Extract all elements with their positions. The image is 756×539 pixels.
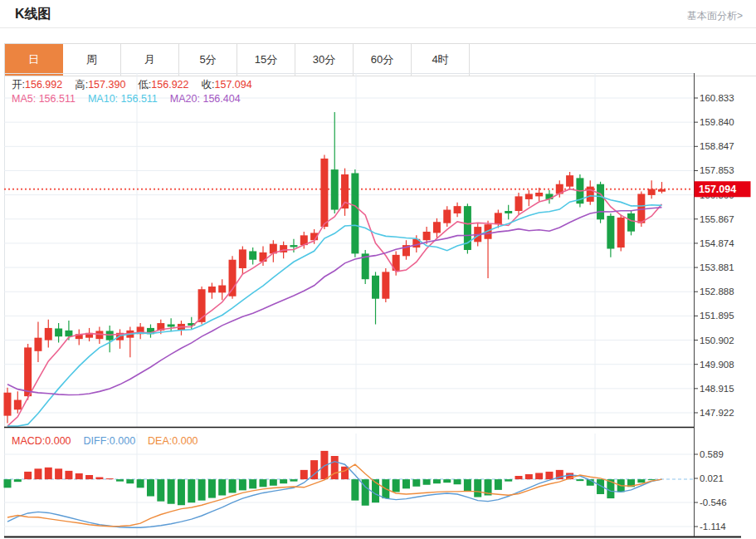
macd-bar [229,479,237,492]
macd-bar [545,472,553,479]
candle-body [320,159,328,227]
candle-body [218,286,226,293]
price-tick-label: 159.840 [700,117,734,127]
price-tick-label: 160.833 [700,93,734,103]
macd-bar [95,478,103,480]
candle-body [607,216,614,249]
candle-body [658,189,666,192]
dea-line [7,464,661,527]
price-tick-label: 150.902 [700,336,734,345]
macd-bar [14,479,22,482]
candle-body [55,329,62,337]
macd-bar [412,479,420,487]
macd-bar [198,479,206,501]
macd-tick-label: 0.589 [700,449,724,459]
kline-widget: K线图 基本面分析> 日周月5分15分30分60分4时 160.833159.8… [0,0,756,539]
macd-bar [576,479,583,481]
current-price-badge-text: 157.094 [699,184,736,195]
ohlc-readout: 开:156.992 高:157.390 低:156.922 收:157.094 [12,79,252,91]
candle-body [372,276,379,299]
macd-bar [454,479,461,484]
candle-body [617,218,625,247]
macd-tick-label: 0.021 [700,473,724,483]
ma20-value: 156.404 [202,93,240,105]
candle-body [454,206,461,213]
candle-body [351,174,358,254]
candle-body [14,400,22,410]
macd-bar [290,479,297,482]
open-value: 156.992 [25,79,62,91]
close-value: 157.094 [215,79,252,91]
candle-body [208,287,216,292]
macd-bar [188,479,195,502]
ma10-label: MA10: [88,93,118,105]
macd-bar [300,470,308,479]
candle-body [239,249,246,268]
low-value: 156.922 [151,79,188,91]
macd-bar [65,471,72,479]
macd-bar [535,473,543,479]
macd-bar [4,479,12,488]
price-tick-label: 149.908 [700,360,734,370]
high-label: 高: [75,79,88,91]
candle-body [331,169,339,209]
price-tick-label: 151.895 [700,311,734,321]
macd-bar [351,479,358,501]
macd-bar [218,479,226,495]
macd-bar [137,479,144,488]
diff-label: DIFF: [84,435,110,448]
macd-bar [157,479,164,502]
candle-body [290,245,297,247]
macd-bar [341,467,349,479]
price-tick-label: 148.915 [700,384,734,394]
macd-bar [474,479,481,497]
macd-tick-label: -0.546 [700,497,727,507]
candle-body [249,251,256,259]
macd-bar [76,473,83,479]
candle-body [4,393,12,416]
macd-bar [34,468,41,479]
candle-body [535,193,543,196]
price-tick-label: 158.847 [700,141,734,151]
price-tick-label: 157.853 [700,165,734,175]
ma20-label: MA20: [170,93,200,105]
macd-bar [495,479,502,490]
macd-bar [433,479,441,483]
dea-value: 0.000 [172,435,198,448]
candle-body [566,175,573,187]
macd-bar [106,478,114,479]
macd-bar [249,479,256,488]
macd-bar [505,479,512,482]
ma5-value: 156.511 [39,93,76,105]
macd-bar [270,479,277,486]
price-tick-label: 155.867 [700,214,734,224]
macd-bar [55,468,62,479]
candle-body [229,260,237,296]
macd-bar [402,479,410,488]
candle-body [627,213,635,232]
macd-bar [331,456,339,479]
macd-tick-label: -1.114 [700,522,726,532]
close-label: 收: [202,79,215,91]
candle-body [597,184,604,220]
low-label: 低: [138,79,151,91]
candlestick-chart-area[interactable]: 160.833159.840158.847157.853156.860155.8… [0,0,756,539]
macd-bar [45,468,52,479]
candle-body [587,187,594,202]
candle-body [495,213,502,224]
candle-body [443,210,451,223]
macd-bar [423,479,431,485]
candle-body [65,331,72,336]
price-tick-label: 153.881 [700,262,734,272]
candle-body [423,232,431,240]
ma5-label: MA5: [12,93,36,105]
macd-bar [239,479,246,490]
candle-body [260,252,267,262]
ma10-value: 156.511 [121,93,158,105]
candle-body [525,194,533,198]
candle-body [648,189,656,195]
ma5-line [7,189,661,426]
candle-body [433,222,441,233]
diff-value: 0.000 [110,435,135,448]
macd-bar [178,479,185,505]
